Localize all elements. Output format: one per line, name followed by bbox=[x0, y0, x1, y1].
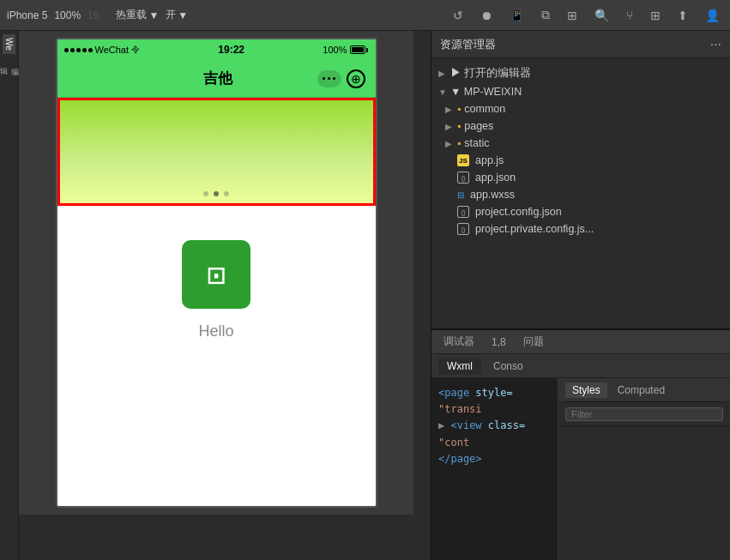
debugger-subtabs: Wxml Conso bbox=[431, 354, 730, 378]
device-label: iPhone 5 bbox=[7, 9, 47, 21]
battery-tip bbox=[366, 48, 368, 52]
refresh-icon[interactable]: ↺ bbox=[449, 7, 467, 24]
nav-dots-button[interactable] bbox=[317, 70, 341, 87]
wxml-panel: <page style= "transi ▶ <view class= "con… bbox=[431, 378, 558, 560]
signal-dot-2 bbox=[70, 48, 75, 52]
search-icon[interactable]: 🔍 bbox=[591, 7, 612, 24]
swiper-dot-2 bbox=[214, 191, 219, 196]
wxml-line-1: <page style= "transi bbox=[438, 385, 551, 418]
status-left: WeChat 令 bbox=[64, 44, 141, 56]
wifi-icon: 令 bbox=[131, 44, 140, 56]
nav-title: 吉他 bbox=[203, 69, 232, 88]
tree-item-appjs[interactable]: JS app.js bbox=[431, 152, 730, 169]
selected-area bbox=[57, 98, 376, 206]
computed-tab[interactable]: Computed bbox=[611, 382, 672, 398]
json-icon-projectprivate: {} bbox=[457, 223, 469, 235]
folder-icon-common: ▪ bbox=[457, 103, 461, 115]
left-column: WeChat 令 19:22 100% bbox=[19, 31, 431, 560]
swiper-dots bbox=[203, 191, 229, 196]
styles-tab[interactable]: Styles bbox=[565, 382, 607, 398]
tree-project-root[interactable]: ▼ ▼ MP-WEIXIN bbox=[431, 83, 730, 100]
separator: 16 bbox=[87, 9, 99, 21]
tree-item-common[interactable]: ▶ ▪ common bbox=[431, 100, 730, 117]
copy-icon[interactable]: ⊞ bbox=[564, 7, 581, 24]
debugger-tab-console[interactable]: Conso bbox=[485, 358, 532, 375]
debugger-version-label: 调试器 bbox=[438, 333, 480, 351]
debugger-issue-label[interactable]: 问题 bbox=[518, 333, 549, 351]
signal-dot-4 bbox=[82, 48, 87, 52]
avatar-icon[interactable]: 👤 bbox=[702, 7, 723, 24]
file-tree-panel: 资源管理器 ··· ▶ ▶ 打开的编辑器 ▼ ▼ MP-WEIXIN ▶ ▪ bbox=[431, 31, 730, 328]
file-tree: ▶ ▶ 打开的编辑器 ▼ ▼ MP-WEIXIN ▶ ▪ common ▶ ▪ bbox=[431, 58, 730, 243]
main-content: We 编辑 WeChat 令 bbox=[0, 31, 730, 560]
filter-row bbox=[558, 402, 730, 426]
panel-title: 资源管理器 bbox=[440, 37, 496, 52]
panel-header: 资源管理器 ··· bbox=[431, 31, 730, 58]
json-icon-appjson: {} bbox=[457, 172, 469, 184]
zoom-label: 100% bbox=[54, 9, 81, 21]
phone-icon[interactable]: 📱 bbox=[506, 7, 528, 24]
wxml-code: <page style= "transi ▶ <view class= "con… bbox=[438, 385, 551, 467]
signal-dots bbox=[64, 48, 93, 52]
panel-more-button[interactable]: ··· bbox=[710, 37, 721, 52]
style-tabs-row: Styles Computed bbox=[558, 378, 730, 402]
right-column: 资源管理器 ··· ▶ ▶ 打开的编辑器 ▼ ▼ MP-WEIXIN ▶ ▪ bbox=[431, 31, 730, 560]
sidebar-tab-we[interactable]: We bbox=[3, 34, 15, 54]
battery-fill bbox=[352, 47, 364, 52]
tree-item-pages[interactable]: ▶ ▪ pages bbox=[431, 117, 730, 135]
wxml-line-3: </page> bbox=[438, 451, 551, 467]
status-app-name: WeChat bbox=[95, 45, 130, 55]
branch-icon[interactable]: ⑂ bbox=[623, 7, 636, 24]
phone-swiper bbox=[60, 100, 373, 203]
styles-panel: Styles Computed bbox=[558, 378, 730, 560]
export-icon[interactable]: ⬆ bbox=[674, 7, 691, 24]
signal-dot-3 bbox=[76, 48, 81, 52]
record-icon[interactable]: ⏺ bbox=[477, 7, 496, 24]
folder-icon-static: ▪ bbox=[457, 137, 461, 149]
hello-text: Hello bbox=[198, 322, 233, 340]
wxss-icon: ⊟ bbox=[457, 190, 464, 200]
signal-dot-5 bbox=[88, 48, 93, 52]
phone-frame: WeChat 令 19:22 100% bbox=[56, 38, 377, 508]
tree-open-editors[interactable]: ▶ ▶ 打开的编辑器 bbox=[431, 63, 730, 83]
left-sidebar: We 编辑 bbox=[0, 31, 19, 560]
debugger-version-num: 1,8 bbox=[486, 334, 511, 350]
app-icon-letter: ⊡ bbox=[207, 257, 226, 292]
battery-pct: 100% bbox=[323, 45, 347, 55]
tree-item-projectconfig[interactable]: {} project.config.json bbox=[431, 203, 730, 220]
folder-icon-pages: ▪ bbox=[457, 120, 461, 132]
phone-status-bar: WeChat 令 19:22 100% bbox=[57, 39, 376, 60]
grid-icon[interactable]: ⊞ bbox=[647, 7, 664, 24]
signal-dot-1 bbox=[64, 48, 69, 52]
status-right: 100% bbox=[323, 45, 368, 55]
phone-nav-bar: 吉他 ⊕ bbox=[57, 60, 376, 98]
tree-item-static[interactable]: ▶ ▪ static bbox=[431, 135, 730, 152]
nav-right-icons: ⊕ bbox=[317, 69, 365, 88]
phone-main: ⊡ Hello bbox=[57, 206, 376, 506]
swiper-dot-1 bbox=[203, 191, 208, 196]
debugger-topbar: 调试器 1,8 问题 bbox=[431, 330, 730, 354]
swiper-dot-3 bbox=[224, 191, 229, 196]
dash-sep: - bbox=[106, 9, 109, 21]
debugger-tab-wxml[interactable]: Wxml bbox=[438, 358, 481, 375]
status-time: 19:22 bbox=[218, 44, 244, 56]
nav-add-button[interactable]: ⊕ bbox=[347, 69, 365, 88]
open-dropdown[interactable]: 开 ▼ bbox=[166, 8, 188, 22]
tree-item-appjson[interactable]: {} app.json bbox=[431, 169, 730, 186]
toolbar-icons: ↺ ⏺ 📱 ⧉ ⊞ 🔍 ⑂ ⊞ ⬆ 👤 bbox=[449, 6, 723, 24]
battery-bar bbox=[350, 45, 365, 54]
filter-input[interactable] bbox=[565, 407, 723, 421]
tree-item-appwxss[interactable]: ⊟ app.wxss bbox=[431, 186, 730, 203]
debugger-content: <page style= "transi ▶ <view class= "con… bbox=[431, 378, 730, 560]
expand-icon[interactable]: ⧉ bbox=[538, 6, 553, 24]
simulator-area: WeChat 令 19:22 100% bbox=[19, 31, 413, 515]
json-icon-projectconfig: {} bbox=[457, 206, 469, 218]
wxml-line-2: ▶ <view class= "cont bbox=[438, 418, 551, 450]
debugger-panel: 调试器 1,8 问题 Wxml Conso <page style= "tra bbox=[431, 328, 730, 560]
app-icon: ⊡ bbox=[182, 240, 250, 309]
top-toolbar: iPhone 5 100% 16 - 热重载 ▼ 开 ▼ ↺ ⏺ 📱 ⧉ ⊞ 🔍… bbox=[0, 0, 730, 31]
js-icon: JS bbox=[457, 154, 469, 166]
hotreload-dropdown[interactable]: 热重载 ▼ bbox=[116, 8, 159, 22]
tree-item-projectprivate[interactable]: {} project.private.config.js... bbox=[431, 220, 730, 238]
